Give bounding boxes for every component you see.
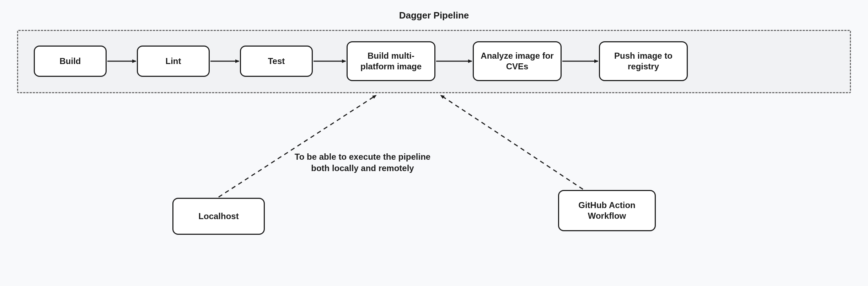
step-build-image: Build multi-platform image <box>347 41 435 81</box>
diagram-title: Dagger Pipeline <box>0 0 868 21</box>
source-github-action: GitHub Action Workflow <box>558 190 656 231</box>
source-localhost: Localhost <box>172 198 265 235</box>
step-label: Test <box>268 56 285 67</box>
caption-line2: both locally and remotely <box>267 163 459 174</box>
source-label: Localhost <box>198 211 239 222</box>
step-push-registry: Push image to registry <box>599 41 688 81</box>
arrow-github-to-pipeline <box>441 95 583 189</box>
step-build: Build <box>34 46 107 77</box>
step-label: Build <box>60 56 81 67</box>
step-label: Lint <box>166 56 181 67</box>
step-label: Build multi-platform image <box>352 51 430 72</box>
caption-line1: To be able to execute the pipeline <box>267 151 459 163</box>
step-test: Test <box>240 46 313 77</box>
arrow-localhost-to-pipeline <box>219 95 376 197</box>
step-lint: Lint <box>137 46 210 77</box>
step-label: Push image to registry <box>604 51 682 72</box>
source-label: GitHub Action Workflow <box>563 200 650 221</box>
step-label: Analyze image for CVEs <box>478 51 556 72</box>
step-analyze-cves: Analyze image for CVEs <box>473 41 562 81</box>
execution-caption: To be able to execute the pipeline both … <box>267 151 459 174</box>
